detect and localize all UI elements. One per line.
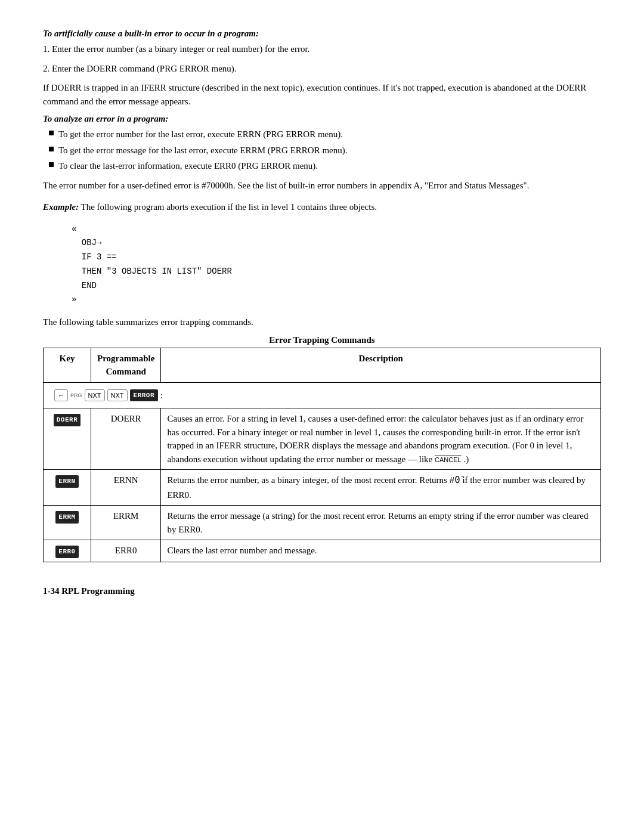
nxt1-key: NXT bbox=[85, 389, 105, 402]
hash-zero: #0̄ bbox=[450, 476, 460, 486]
error-key: ERROR bbox=[130, 389, 159, 402]
left-arrow-key: ← bbox=[54, 389, 68, 402]
cancel-key-ref: CANCEL bbox=[435, 456, 462, 463]
bullet-text-1: To get the error number for the last err… bbox=[58, 128, 343, 141]
err0-desc-cell: Clears the last error number and message… bbox=[161, 540, 601, 562]
step-1: 1. Enter the error number (as a binary i… bbox=[43, 42, 601, 56]
analyze-heading: To analyze an error in a program: bbox=[43, 114, 601, 124]
bullet-text-2: To get the error message for the last er… bbox=[58, 144, 347, 157]
example-intro: Example: The following program aborts ex… bbox=[43, 200, 601, 214]
errm-key-cell: ERRM bbox=[44, 506, 91, 540]
doerr-desc-cell: Causes an error. For a string in level 1… bbox=[161, 408, 601, 470]
code-line-5: END bbox=[72, 279, 601, 293]
code-line-3: IF 3 == bbox=[72, 250, 601, 265]
ernn-key-btn: ERRN bbox=[55, 475, 78, 488]
page-label: 1-34 RPL Programming bbox=[43, 586, 135, 596]
code-line-6: » bbox=[72, 293, 601, 307]
errm-desc-cell: Returns the error message (a string) for… bbox=[161, 506, 601, 540]
page-footer: 1-34 RPL Programming bbox=[43, 586, 601, 596]
nav-row-cell: ← PRG NXT NXT ERROR : bbox=[44, 382, 601, 408]
analyze-body: The error number for a user-defined erro… bbox=[43, 179, 601, 193]
example-section: Example: The following program aborts ex… bbox=[43, 200, 601, 307]
artificially-heading: To artificially cause a built-in error t… bbox=[43, 29, 601, 39]
table-row-doerr: DOERR DOERR Causes an error. For a strin… bbox=[44, 408, 601, 470]
col-desc-header: Description bbox=[161, 348, 601, 382]
nxt2-key: NXT bbox=[107, 389, 128, 402]
nav-row: ← PRG NXT NXT ERROR : bbox=[44, 382, 601, 408]
bullet-1: To get the error number for the last err… bbox=[49, 128, 601, 141]
ernn-prog-cell: ERNN bbox=[91, 470, 161, 506]
analyze-section: To analyze an error in a program: To get… bbox=[43, 114, 601, 192]
ernn-desc-cell: Returns the error number, as a binary in… bbox=[161, 470, 601, 506]
artificially-section: To artificially cause a built-in error t… bbox=[43, 29, 601, 108]
error-trapping-table: Key ProgrammableCommand Description ← PR… bbox=[43, 348, 601, 562]
bullet-icon-1 bbox=[49, 131, 54, 135]
ernn-key-cell: ERRN bbox=[44, 470, 91, 506]
artificially-steps: 1. Enter the error number (as a binary i… bbox=[43, 42, 601, 75]
doerr-prog-cell: DOERR bbox=[91, 408, 161, 470]
table-title: Error Trapping Commands bbox=[43, 335, 601, 345]
colon-text: : bbox=[160, 389, 163, 402]
table-intro: The following table summarizes error tra… bbox=[43, 315, 601, 329]
nav-row-content: ← PRG NXT NXT ERROR : bbox=[54, 389, 595, 402]
table-row-ernn: ERRN ERNN Returns the error number, as a… bbox=[44, 470, 601, 506]
errm-prog-cell: ERRM bbox=[91, 506, 161, 540]
code-line-2: OBJ→ bbox=[72, 236, 601, 250]
err0-key-btn: ERR0 bbox=[55, 546, 78, 558]
bullet-icon-2 bbox=[49, 147, 54, 151]
example-text: The following program aborts execution i… bbox=[80, 202, 377, 212]
bullet-text-3: To clear the last-error information, exe… bbox=[58, 159, 318, 173]
analyze-bullets: To get the error number for the last err… bbox=[49, 128, 601, 173]
code-line-1: « bbox=[72, 222, 601, 237]
bullet-3: To clear the last-error information, exe… bbox=[49, 159, 601, 173]
example-label: Example: bbox=[43, 202, 79, 212]
doerr-key-btn: DOERR bbox=[54, 414, 81, 426]
step-2: 2. Enter the DOERR command (PRG ERROR me… bbox=[43, 62, 601, 76]
bullet-2: To get the error message for the last er… bbox=[49, 144, 601, 157]
err0-key-cell: ERR0 bbox=[44, 540, 91, 562]
errm-key-btn: ERRM bbox=[55, 511, 78, 524]
doerr-key-cell: DOERR bbox=[44, 408, 91, 470]
table-section: The following table summarizes error tra… bbox=[43, 315, 601, 562]
table-row-err0: ERR0 ERR0 Clears the last error number a… bbox=[44, 540, 601, 562]
left-arrow-icon: ← bbox=[58, 391, 64, 401]
table-row-errm: ERRM ERRM Returns the error message (a s… bbox=[44, 506, 601, 540]
code-line-4: THEN "3 OBJECTS IN LIST" DOERR bbox=[72, 265, 601, 279]
err0-prog-cell: ERR0 bbox=[91, 540, 161, 562]
prg-label: PRG bbox=[70, 392, 82, 400]
col-key-header: Key bbox=[44, 348, 91, 382]
artificially-body: If DOERR is trapped in an IFERR structur… bbox=[43, 81, 601, 108]
bullet-icon-3 bbox=[49, 162, 54, 167]
code-block: « OBJ→ IF 3 == THEN "3 OBJECTS IN LIST" … bbox=[72, 222, 601, 308]
col-prog-header: ProgrammableCommand bbox=[91, 348, 161, 382]
table-header-row: Key ProgrammableCommand Description bbox=[44, 348, 601, 382]
